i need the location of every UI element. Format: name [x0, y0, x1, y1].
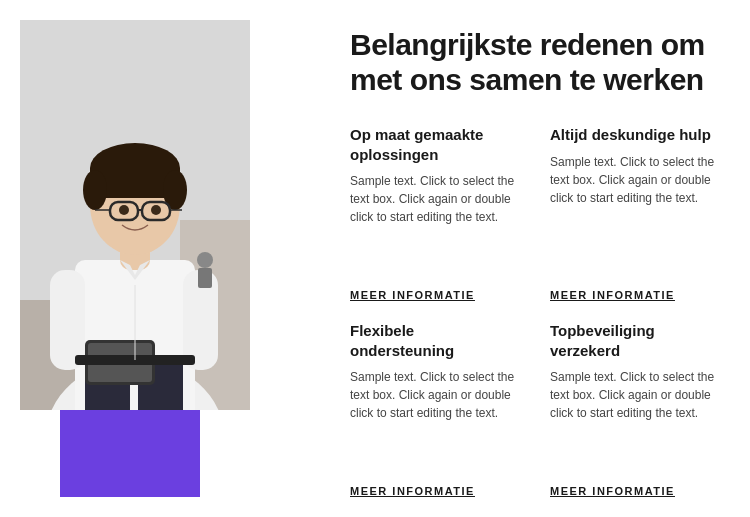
- feature-title-4: Topbeveiliging verzekerd: [550, 321, 720, 360]
- meer-informatie-link-3[interactable]: MEER INFORMATIE: [350, 485, 520, 497]
- feature-text-3: Sample text. Click to select the text bo…: [350, 368, 520, 475]
- features-grid: Op maat gemaakte oplossingen Sample text…: [350, 125, 720, 497]
- feature-item-3: Flexibele ondersteuning Sample text. Cli…: [350, 321, 520, 497]
- svg-point-27: [197, 252, 213, 268]
- svg-point-16: [83, 170, 107, 210]
- photo-container: [20, 20, 250, 410]
- person-photo: [20, 20, 250, 410]
- meer-informatie-link-4[interactable]: MEER INFORMATIE: [550, 485, 720, 497]
- feature-item-2: Altijd deskundige hulp Sample text. Clic…: [550, 125, 720, 301]
- feature-text-4: Sample text. Click to select the text bo…: [550, 368, 720, 475]
- svg-point-23: [119, 205, 129, 215]
- right-section: Belangrijkste redenen om met ons samen t…: [320, 0, 750, 517]
- feature-title-1: Op maat gemaakte oplossingen: [350, 125, 520, 164]
- svg-point-24: [151, 205, 161, 215]
- feature-title-2: Altijd deskundige hulp: [550, 125, 720, 145]
- main-title: Belangrijkste redenen om met ons samen t…: [350, 28, 720, 97]
- feature-text-2: Sample text. Click to select the text bo…: [550, 153, 720, 280]
- left-section: [0, 0, 320, 517]
- feature-title-3: Flexibele ondersteuning: [350, 321, 520, 360]
- feature-item-1: Op maat gemaakte oplossingen Sample text…: [350, 125, 520, 301]
- feature-item-4: Topbeveiliging verzekerd Sample text. Cl…: [550, 321, 720, 497]
- page-container: Belangrijkste redenen om met ons samen t…: [0, 0, 750, 517]
- meer-informatie-link-1[interactable]: MEER INFORMATIE: [350, 289, 520, 301]
- meer-informatie-link-2[interactable]: MEER INFORMATIE: [550, 289, 720, 301]
- svg-rect-28: [198, 268, 212, 288]
- feature-text-1: Sample text. Click to select the text bo…: [350, 172, 520, 279]
